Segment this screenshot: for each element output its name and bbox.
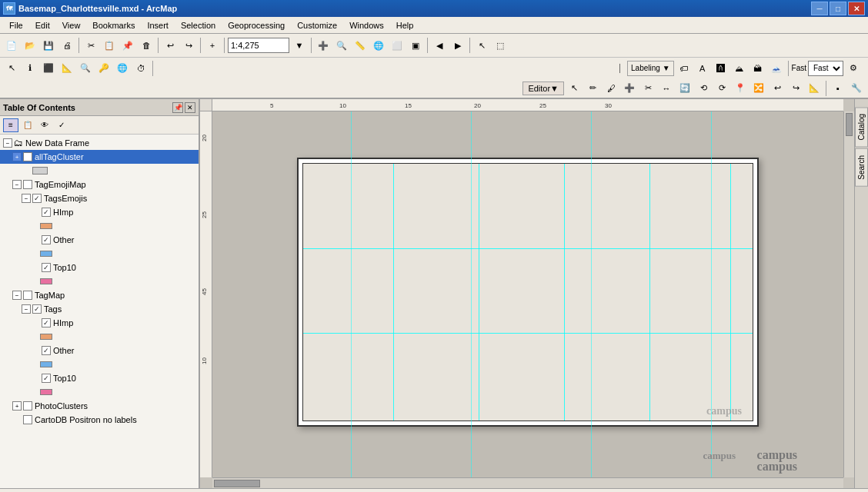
menu-customize[interactable]: Customize <box>291 19 343 32</box>
check-tagemojimap[interactable] <box>23 180 32 189</box>
scroll-thumb-h[interactable] <box>214 480 260 487</box>
check-alltagcluster[interactable] <box>23 152 32 161</box>
label-tool1[interactable]: 🏷 <box>676 60 693 77</box>
label-tool6[interactable]: 🗻 <box>768 60 785 77</box>
toc-item-newdataframe[interactable]: − 🗂 New Data Frame <box>0 136 199 150</box>
menu-edit[interactable]: Edit <box>29 19 56 32</box>
toc-item-photoclusters[interactable]: + PhotoClusters <box>0 399 199 413</box>
find-btn[interactable]: 🔍 <box>77 60 94 77</box>
toc-item-cartodb[interactable]: CartoDB Positron no labels <box>0 413 199 427</box>
menu-bookmarks[interactable]: Bookmarks <box>86 19 141 32</box>
go-back-btn[interactable]: ◀ <box>431 37 448 54</box>
expand-photoclusters[interactable]: + <box>12 401 22 411</box>
editor-tool1[interactable]: ↖ <box>566 80 583 97</box>
toc-src-btn[interactable]: 📋 <box>20 118 35 132</box>
arrow-btn[interactable]: ↖ <box>3 60 20 77</box>
editor-tool6[interactable]: ↔ <box>658 80 675 97</box>
check-tagsemojis[interactable] <box>32 194 42 203</box>
measure-btn[interactable]: 📏 <box>352 37 369 54</box>
editor-tool14[interactable]: 📐 <box>806 80 823 97</box>
toc-item-other1[interactable]: Other <box>0 233 199 247</box>
minimize-button[interactable]: ─ <box>811 2 828 15</box>
select3-btn[interactable]: ⬛ <box>40 60 57 77</box>
label-tool3[interactable]: 🅰 <box>713 60 729 77</box>
check-tags[interactable] <box>32 304 42 314</box>
toc-sel-btn[interactable]: ✓ <box>54 118 69 132</box>
check-tagmap[interactable] <box>23 291 32 300</box>
menu-file[interactable]: File <box>3 19 29 32</box>
expand-alltagcluster[interactable]: + <box>12 152 22 161</box>
window-controls[interactable]: ─ □ ✕ <box>811 2 865 15</box>
meas-btn[interactable]: 📐 <box>58 60 75 77</box>
editor-button[interactable]: Editor▼ <box>522 81 564 95</box>
toc-item-tagmap[interactable]: − TagMap <box>0 288 199 302</box>
editor-tool4[interactable]: ➕ <box>621 80 638 97</box>
print-btn[interactable]: 🖨 <box>58 37 75 54</box>
save-btn[interactable]: 💾 <box>40 37 57 54</box>
expand-tagemojimap[interactable]: − <box>12 180 22 189</box>
expand-tagmap[interactable]: − <box>12 291 22 300</box>
editor-tool7[interactable]: 🔄 <box>676 80 693 97</box>
label-settings[interactable]: ⚙ <box>845 60 862 77</box>
map-canvas[interactable]: campus campus campus campus <box>212 111 843 477</box>
identity-btn[interactable]: 🔍 <box>333 37 350 54</box>
editor-tool13[interactable]: ↪ <box>787 80 804 97</box>
menu-selection[interactable]: Selection <box>175 19 222 32</box>
identify-btn[interactable]: 🔑 <box>95 60 112 77</box>
scrollbar-vertical[interactable] <box>843 111 854 477</box>
editor-tool11[interactable]: 🔀 <box>750 80 767 97</box>
toc-item-himp2[interactable]: HImp <box>0 316 199 330</box>
open-btn[interactable]: 📂 <box>22 37 38 54</box>
expand-newdataframe[interactable]: − <box>3 138 12 148</box>
maximize-button[interactable]: □ <box>830 2 846 15</box>
toc-item-tagemojimap[interactable]: − TagEmojiMap <box>0 178 199 191</box>
editor-tool8[interactable]: ⟲ <box>695 80 712 97</box>
scale-input[interactable]: 1:4,275 <box>228 38 289 53</box>
full-ext-btn[interactable]: ⬜ <box>389 37 406 54</box>
menu-geoprocessing[interactable]: Geoprocessing <box>222 19 291 32</box>
editor-tool3[interactable]: 🖋 <box>603 80 619 97</box>
new-btn[interactable]: 📄 <box>3 37 20 54</box>
labeling-button[interactable]: Labeling ▼ <box>627 61 674 76</box>
select2-btn[interactable]: ⬚ <box>492 37 509 54</box>
editor-tool5[interactable]: ✂ <box>639 80 656 97</box>
globe-btn[interactable]: 🌐 <box>370 37 387 54</box>
go-fwd-btn[interactable]: ▶ <box>449 37 466 54</box>
add-data-btn[interactable]: ➕ <box>315 37 332 54</box>
scale-dropdown[interactable]: ▼ <box>291 37 308 54</box>
check-top10-1[interactable] <box>42 263 51 272</box>
info-btn[interactable]: ℹ <box>22 60 38 77</box>
html-btn[interactable]: 🌐 <box>114 60 131 77</box>
select-btn[interactable]: ↖ <box>473 37 490 54</box>
toc-item-tags[interactable]: − Tags <box>0 302 199 316</box>
check-himp2[interactable] <box>42 318 51 327</box>
menu-help[interactable]: Help <box>390 19 420 32</box>
menu-windows[interactable]: Windows <box>343 19 390 32</box>
undo-btn[interactable]: ↩ <box>162 37 179 54</box>
search-tab[interactable]: Search <box>855 148 868 187</box>
expand-tagsemojis[interactable]: − <box>22 194 31 203</box>
editor-tool2[interactable]: ✏ <box>584 80 601 97</box>
toc-item-tagsemojis[interactable]: − TagsEmojis <box>0 191 199 205</box>
full-ext2-btn[interactable]: ▣ <box>407 37 424 54</box>
delete-btn[interactable]: 🗑 <box>138 37 155 54</box>
toc-close-btn[interactable]: ✕ <box>185 102 195 113</box>
toc-item-top10-1[interactable]: Top10 <box>0 261 199 274</box>
toc-item-alltagcluster[interactable]: + allTagCluster <box>0 150 199 164</box>
time-btn[interactable]: ⏱ <box>132 60 149 77</box>
toc-item-top10-2[interactable]: Top10 <box>0 371 199 385</box>
fast-dropdown[interactable]: Fast <box>808 61 843 76</box>
toc-list-btn[interactable]: ≡ <box>3 118 18 132</box>
cut-btn[interactable]: ✂ <box>82 37 99 54</box>
redo-btn[interactable]: ↪ <box>180 37 197 54</box>
toc-vis-btn[interactable]: 👁 <box>37 118 52 132</box>
check-cartodb[interactable] <box>23 415 32 424</box>
expand-tags[interactable]: − <box>22 304 31 314</box>
label-tool2[interactable]: A <box>694 60 711 77</box>
close-button[interactable]: ✕ <box>848 2 865 15</box>
editor-tool15[interactable]: ▪ <box>830 80 846 97</box>
toc-float-btn[interactable]: 📌 <box>172 102 183 113</box>
check-other2[interactable] <box>42 346 51 355</box>
editor-tool12[interactable]: ↩ <box>769 80 786 97</box>
label-tool5[interactable]: 🏔 <box>749 60 766 77</box>
